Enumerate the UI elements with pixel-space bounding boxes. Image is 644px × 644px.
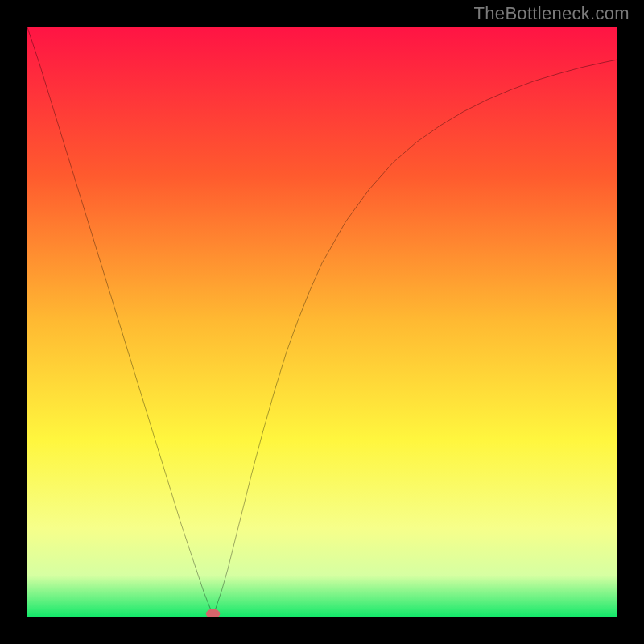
bottleneck-chart-svg [27,27,617,617]
chart-plot-area [27,27,617,617]
chart-frame: TheBottleneck.com [0,0,644,644]
watermark-text: TheBottleneck.com [474,3,630,24]
